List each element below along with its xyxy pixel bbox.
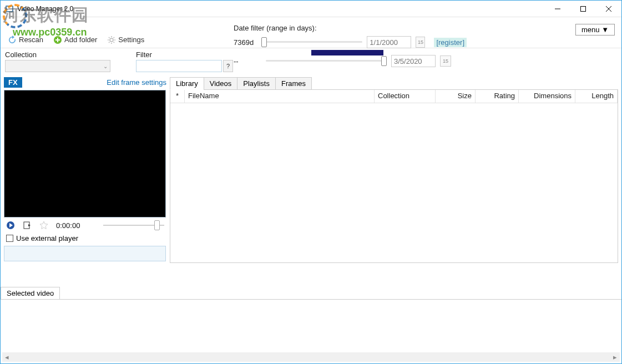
app-icon bbox=[5, 4, 14, 13]
external-player-label: Use external player bbox=[16, 234, 78, 242]
settings-button[interactable]: Settings bbox=[103, 34, 148, 46]
tab-selected-video[interactable]: Selected video bbox=[1, 287, 60, 300]
menu-button[interactable]: menu ▼ bbox=[575, 24, 615, 36]
collection-label: Collection bbox=[5, 50, 133, 59]
close-button[interactable] bbox=[596, 1, 621, 17]
date-filter-label: Date filter (range in days): bbox=[234, 24, 467, 32]
add-folder-button[interactable]: Add folder bbox=[49, 34, 101, 46]
date-from-days: 7369d bbox=[234, 38, 257, 47]
star-icon[interactable] bbox=[39, 221, 48, 230]
date-to-slider[interactable] bbox=[266, 57, 387, 65]
col-length[interactable]: Length bbox=[575, 90, 618, 103]
tab-frames[interactable]: Frames bbox=[275, 77, 312, 90]
external-player-path[interactable] bbox=[4, 246, 166, 261]
tab-library[interactable]: Library bbox=[170, 77, 204, 90]
rescan-button[interactable]: Rescan bbox=[4, 34, 47, 46]
edit-frame-settings-link[interactable]: Edit frame settings bbox=[107, 78, 166, 87]
window-title: Video Manager 2.0 bbox=[17, 5, 545, 13]
minimize-button[interactable] bbox=[545, 1, 570, 17]
tabstrip: Library Videos Playlists Frames bbox=[170, 77, 618, 90]
calendar-icon[interactable]: 15 bbox=[416, 37, 425, 48]
play-button[interactable] bbox=[6, 221, 15, 230]
timecode: 0:00:00 bbox=[56, 221, 80, 230]
titlebar: Video Manager 2.0 bbox=[1, 1, 621, 17]
filter-help-button[interactable]: ? bbox=[223, 60, 233, 72]
gear-icon bbox=[107, 36, 116, 44]
maximize-button[interactable] bbox=[570, 1, 596, 17]
col-star[interactable]: * bbox=[170, 90, 185, 103]
external-player-checkbox[interactable] bbox=[6, 235, 13, 242]
refresh-icon bbox=[8, 36, 17, 44]
chevron-down-icon: ⌄ bbox=[103, 63, 108, 69]
col-rating[interactable]: Rating bbox=[476, 90, 519, 103]
grid-header: * FileName Collection Size Rating Dimens… bbox=[170, 90, 618, 103]
col-dimensions[interactable]: Dimensions bbox=[519, 90, 575, 103]
fx-button[interactable]: FX bbox=[4, 77, 22, 88]
add-icon bbox=[53, 36, 62, 44]
date-from-input[interactable] bbox=[367, 36, 411, 48]
settings-label: Settings bbox=[118, 36, 144, 44]
add-folder-label: Add folder bbox=[64, 36, 97, 44]
export-icon[interactable] bbox=[23, 221, 32, 230]
filter-input[interactable] bbox=[136, 60, 222, 72]
video-preview[interactable] bbox=[4, 90, 166, 218]
svg-point-7 bbox=[110, 38, 113, 42]
collection-dropdown[interactable]: ⌄ bbox=[5, 60, 110, 72]
svg-rect-3 bbox=[581, 6, 586, 11]
horizontal-scrollbar[interactable]: ◂ ▸ bbox=[2, 352, 620, 362]
volume-slider[interactable] bbox=[103, 221, 164, 230]
rescan-label: Rescan bbox=[19, 36, 43, 44]
date-from-slider[interactable] bbox=[261, 38, 363, 47]
scroll-right-icon[interactable]: ▸ bbox=[610, 352, 620, 362]
calendar-icon[interactable]: 15 bbox=[440, 55, 451, 67]
date-to-input[interactable] bbox=[391, 55, 436, 67]
library-grid[interactable]: * FileName Collection Size Rating Dimens… bbox=[170, 90, 618, 263]
register-link[interactable]: [register] bbox=[434, 38, 467, 47]
svg-rect-1 bbox=[7, 7, 12, 11]
col-size[interactable]: Size bbox=[436, 90, 476, 103]
tab-playlists[interactable]: Playlists bbox=[237, 77, 276, 90]
tab-videos[interactable]: Videos bbox=[204, 77, 238, 90]
col-filename[interactable]: FileName bbox=[185, 90, 375, 103]
date-to-days: -- bbox=[234, 57, 261, 65]
filter-label: Filter bbox=[136, 50, 235, 59]
scroll-left-icon[interactable]: ◂ bbox=[2, 352, 12, 362]
col-collection[interactable]: Collection bbox=[375, 90, 436, 103]
date-filter-block: Date filter (range in days): 7369d 15 [r… bbox=[234, 24, 467, 68]
